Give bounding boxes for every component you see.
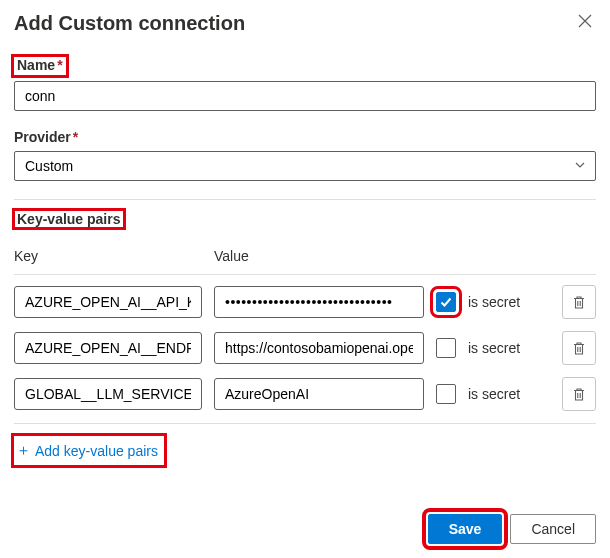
delete-row-button[interactable] (562, 331, 596, 365)
close-icon[interactable] (574, 12, 596, 34)
kv-key-input[interactable] (14, 332, 202, 364)
kv-row: is secret (14, 285, 596, 319)
secret-checkbox[interactable] (436, 384, 456, 404)
add-kv-link[interactable]: ＋ Add key-value pairs (16, 439, 158, 462)
trash-icon (572, 341, 586, 356)
name-input[interactable] (14, 81, 596, 111)
kv-value-input[interactable] (214, 286, 424, 318)
kv-heading: Key-value pairs (14, 210, 124, 228)
cancel-button[interactable]: Cancel (510, 514, 596, 544)
trash-icon (572, 387, 586, 402)
dialog-title: Add Custom connection (14, 12, 245, 35)
kv-value-input[interactable] (214, 332, 424, 364)
kv-row: is secret (14, 331, 596, 365)
kv-key-input[interactable] (14, 378, 202, 410)
secret-checkbox[interactable] (436, 292, 456, 312)
delete-row-button[interactable] (562, 285, 596, 319)
kv-value-input[interactable] (214, 378, 424, 410)
kv-key-input[interactable] (14, 286, 202, 318)
name-label: Name* (14, 57, 66, 75)
plus-icon: ＋ (16, 441, 31, 460)
add-kv-wrap: ＋ Add key-value pairs (14, 436, 164, 465)
kv-col-value: Value (214, 248, 424, 264)
secret-label: is secret (468, 340, 524, 356)
secret-checkbox[interactable] (436, 338, 456, 358)
kv-row: is secret (14, 377, 596, 411)
secret-label: is secret (468, 386, 524, 402)
delete-row-button[interactable] (562, 377, 596, 411)
trash-icon (572, 295, 586, 310)
kv-col-key: Key (14, 248, 202, 264)
secret-label: is secret (468, 294, 524, 310)
provider-select[interactable] (14, 151, 596, 181)
save-button[interactable]: Save (428, 514, 503, 544)
provider-label: Provider* (14, 129, 78, 145)
